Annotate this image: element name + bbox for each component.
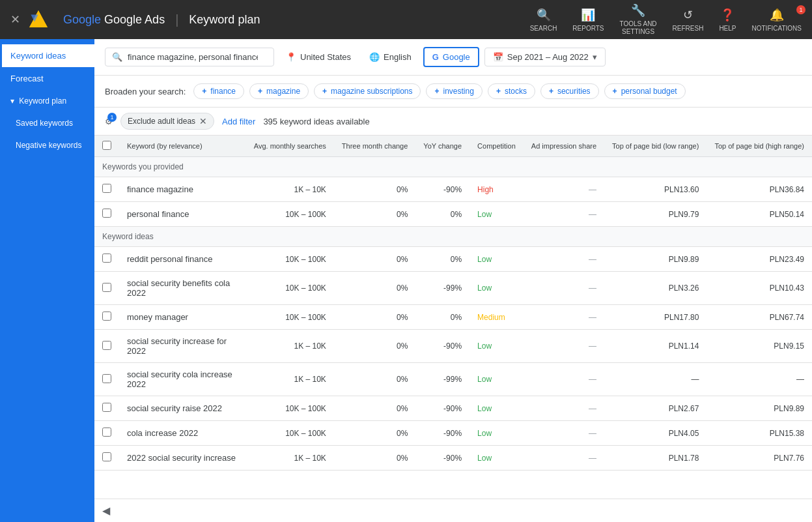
col-top-bid-high[interactable]: Top of page bid (high range) bbox=[707, 136, 812, 157]
row-keyword: social security raise 2022 bbox=[119, 396, 246, 421]
nav-left-arrow[interactable]: ◀ bbox=[100, 502, 113, 519]
col-ad-impression[interactable]: Ad impression share bbox=[524, 136, 604, 157]
row-keyword: cola increase 2022 bbox=[119, 421, 246, 446]
row-checkbox[interactable] bbox=[102, 254, 111, 263]
row-three-month: 0% bbox=[334, 202, 416, 227]
row-checkbox-cell[interactable] bbox=[94, 330, 119, 363]
sidebar-item-forecast[interactable]: Forecast bbox=[0, 67, 94, 90]
broaden-chip-personal-budget[interactable]: + personal budget bbox=[604, 83, 686, 99]
row-avg-monthly: 10K – 100K bbox=[246, 202, 334, 227]
row-checkbox-cell[interactable] bbox=[94, 363, 119, 396]
col-yoy[interactable]: YoY change bbox=[415, 136, 469, 157]
tools-nav-item[interactable]: 🔧 TOOLS ANDSETTINGS bbox=[620, 3, 657, 36]
col-competition[interactable]: Competition bbox=[469, 136, 524, 157]
row-checkbox-cell[interactable] bbox=[94, 446, 119, 471]
row-three-month: 0% bbox=[334, 446, 416, 471]
row-checkbox-cell[interactable] bbox=[94, 272, 119, 305]
row-yoy: 0% bbox=[415, 305, 469, 330]
row-competition: Low bbox=[469, 202, 524, 227]
add-filter-button[interactable]: Add filter bbox=[222, 117, 255, 126]
row-checkbox[interactable] bbox=[102, 209, 111, 218]
sidebar-item-saved-keywords[interactable]: Saved keywords bbox=[0, 112, 94, 134]
col-three-month[interactable]: Three month change bbox=[334, 136, 416, 157]
row-checkbox[interactable] bbox=[102, 312, 111, 321]
row-avg-monthly: 10K – 100K bbox=[246, 247, 334, 272]
chevron-down-icon: ▾ bbox=[10, 96, 14, 106]
broaden-chip-magazine[interactable]: + magazine bbox=[249, 83, 309, 99]
row-checkbox[interactable] bbox=[102, 283, 111, 292]
language-filter[interactable]: 🌐 English bbox=[363, 48, 418, 66]
sidebar-item-negative-keywords[interactable]: Negative keywords bbox=[0, 134, 94, 156]
chevron-down-icon: ▾ bbox=[593, 52, 597, 62]
row-ad-impression: — bbox=[524, 421, 604, 446]
row-checkbox-cell[interactable] bbox=[94, 305, 119, 330]
col-keyword[interactable]: Keyword (by relevance) bbox=[119, 136, 246, 157]
row-top-bid-low: PLN2.67 bbox=[604, 396, 707, 421]
row-checkbox[interactable] bbox=[102, 184, 111, 193]
sidebar-item-keyword-plan[interactable]: ▾ Keyword plan bbox=[0, 90, 94, 112]
exclude-adult-chip: Exclude adult ideas ✕ bbox=[120, 113, 214, 130]
row-avg-monthly: 10K – 100K bbox=[246, 421, 334, 446]
row-checkbox-cell[interactable] bbox=[94, 177, 119, 202]
broaden-chip-stocks[interactable]: + stocks bbox=[488, 83, 535, 99]
table-section-header: Keywords you provided bbox=[94, 157, 812, 177]
plus-icon: + bbox=[613, 87, 617, 96]
row-top-bid-high: PLN9.89 bbox=[707, 396, 812, 421]
row-top-bid-high: PLN50.14 bbox=[707, 202, 812, 227]
filter-button[interactable]: ⚙ 1 bbox=[105, 117, 113, 126]
broaden-chip-label: magazine bbox=[266, 87, 300, 96]
sidebar-item-keyword-ideas[interactable]: Keyword ideas bbox=[0, 44, 94, 67]
row-checkbox-cell[interactable] bbox=[94, 247, 119, 272]
search-nav-item[interactable]: 🔍 SEARCH bbox=[530, 8, 557, 32]
row-competition: Low bbox=[469, 396, 524, 421]
exclude-chip-close-button[interactable]: ✕ bbox=[199, 116, 207, 126]
table-section-header: Keyword ideas bbox=[94, 227, 812, 247]
select-all-checkbox[interactable] bbox=[102, 141, 111, 150]
date-range-filter[interactable]: 📅 Sep 2021 – Aug 2022 ▾ bbox=[484, 48, 606, 66]
help-nav-item[interactable]: ❓ HELP bbox=[719, 8, 736, 32]
notifications-nav-icon: 🔔 bbox=[770, 8, 784, 22]
col-checkbox bbox=[94, 136, 119, 157]
broaden-chip-investing[interactable]: + investing bbox=[426, 83, 482, 99]
broaden-chip-securities[interactable]: + securities bbox=[540, 83, 599, 99]
row-checkbox-cell[interactable] bbox=[94, 421, 119, 446]
notifications-nav-item[interactable]: 🔔 1 NOTIFICATIONS bbox=[752, 8, 802, 32]
broaden-chip-label: personal budget bbox=[621, 87, 677, 96]
table-body: Keywords you provided finance magazine 1… bbox=[94, 157, 812, 471]
broaden-label: Broaden your search: bbox=[105, 87, 186, 96]
row-ad-impression: — bbox=[524, 247, 604, 272]
location-filter[interactable]: 📍 United States bbox=[279, 48, 357, 66]
broaden-chip-finance[interactable]: + finance bbox=[193, 83, 244, 99]
row-checkbox[interactable] bbox=[102, 374, 111, 383]
row-checkbox[interactable] bbox=[102, 403, 111, 412]
reports-nav-item[interactable]: 📊 REPORTS bbox=[572, 8, 604, 32]
keyword-count: 395 keyword ideas available bbox=[263, 117, 369, 126]
row-top-bid-low: PLN9.89 bbox=[604, 247, 707, 272]
search-engine-filter[interactable]: G Google bbox=[423, 47, 479, 67]
row-top-bid-low: PLN9.79 bbox=[604, 202, 707, 227]
row-checkbox[interactable] bbox=[102, 341, 111, 350]
col-top-bid-low[interactable]: Top of page bid (low range) bbox=[604, 136, 707, 157]
col-avg-monthly[interactable]: Avg. monthly searches bbox=[246, 136, 334, 157]
table-row: social security benefits cola 2022 10K –… bbox=[94, 272, 812, 305]
refresh-nav-item[interactable]: ↺ REFRESH bbox=[673, 8, 704, 32]
row-ad-impression: — bbox=[524, 396, 604, 421]
row-checkbox-cell[interactable] bbox=[94, 396, 119, 421]
table-header-row: Keyword (by relevance) Avg. monthly sear… bbox=[94, 136, 812, 157]
row-competition: Low bbox=[469, 330, 524, 363]
calendar-icon: 📅 bbox=[493, 52, 503, 62]
row-checkbox[interactable] bbox=[102, 452, 111, 461]
reports-nav-icon: 📊 bbox=[581, 8, 595, 22]
search-input[interactable] bbox=[128, 52, 258, 62]
row-ad-impression: — bbox=[524, 202, 604, 227]
search-box[interactable]: 🔍 bbox=[105, 48, 274, 66]
row-checkbox-cell[interactable] bbox=[94, 202, 119, 227]
row-ad-impression: — bbox=[524, 330, 604, 363]
row-ad-impression: — bbox=[524, 305, 604, 330]
close-button[interactable]: ✕ bbox=[10, 12, 20, 27]
filter-badge: 1 bbox=[107, 113, 117, 122]
broaden-chip-magazine-subscriptions[interactable]: + magazine subscriptions bbox=[314, 83, 421, 99]
row-checkbox[interactable] bbox=[102, 428, 111, 437]
row-top-bid-low: PLN17.80 bbox=[604, 305, 707, 330]
row-three-month: 0% bbox=[334, 330, 416, 363]
